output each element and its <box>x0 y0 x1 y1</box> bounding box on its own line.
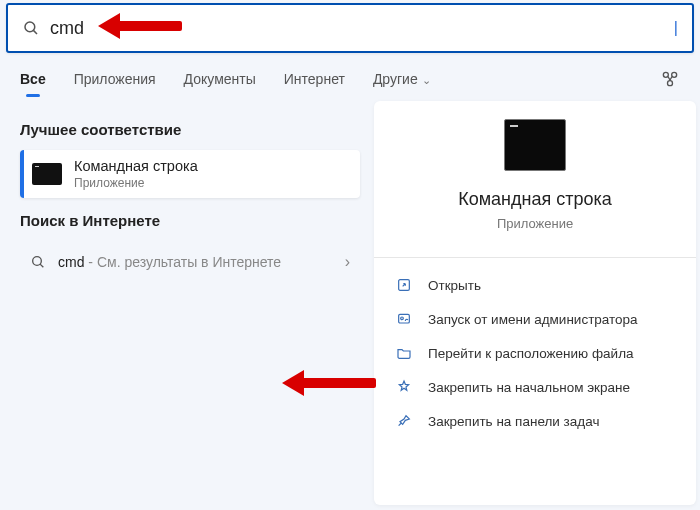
tab-other-label: Другие <box>373 71 418 87</box>
folder-icon <box>394 345 414 361</box>
action-open[interactable]: Открыть <box>388 268 682 302</box>
action-run-admin-label: Запуск от имени администратора <box>428 312 638 327</box>
result-title: Командная строка <box>74 158 198 174</box>
web-suffix: - См. результаты в Интернете <box>84 254 281 270</box>
web-result-text: cmd - См. результаты в Интернете <box>58 254 281 270</box>
tab-documents[interactable]: Документы <box>184 71 256 87</box>
svg-point-5 <box>33 257 42 266</box>
svg-point-3 <box>672 72 677 77</box>
action-open-label: Открыть <box>428 278 481 293</box>
actions-list: Открыть Запуск от имени администратора П… <box>374 264 696 442</box>
preview-panel: Командная строка Приложение Открыть Запу… <box>374 101 696 505</box>
result-subtitle: Приложение <box>74 176 198 190</box>
shield-icon <box>394 311 414 327</box>
pin-start-icon <box>394 379 414 395</box>
action-pin-taskbar[interactable]: Закрепить на панели задач <box>388 404 682 438</box>
divider <box>374 257 696 258</box>
search-input[interactable]: cmd <box>50 18 676 39</box>
svg-point-2 <box>663 72 668 77</box>
action-pin-start[interactable]: Закрепить на начальном экране <box>388 370 682 404</box>
web-search-label: Поиск в Интернете <box>20 212 366 229</box>
open-icon <box>394 277 414 293</box>
preview-subtitle: Приложение <box>497 216 573 231</box>
tabs-bar: Все Приложения Документы Интернет Другие… <box>0 53 700 99</box>
action-run-admin[interactable]: Запуск от имени администратора <box>388 302 682 336</box>
best-match-result[interactable]: Командная строка Приложение <box>20 150 360 198</box>
svg-point-0 <box>25 22 35 32</box>
preview-app-icon <box>504 119 566 171</box>
text-caret: | <box>674 19 678 37</box>
preview-title: Командная строка <box>458 189 612 210</box>
settings-icon[interactable] <box>660 69 680 89</box>
svg-point-9 <box>401 317 404 320</box>
svg-line-6 <box>40 264 43 267</box>
svg-line-1 <box>33 30 37 34</box>
best-match-label: Лучшее соответствие <box>20 121 366 138</box>
action-open-location-label: Перейти к расположению файла <box>428 346 634 361</box>
web-query: cmd <box>58 254 84 270</box>
action-pin-start-label: Закрепить на начальном экране <box>428 380 630 395</box>
search-icon <box>30 254 46 270</box>
tab-internet[interactable]: Интернет <box>284 71 345 87</box>
tab-all[interactable]: Все <box>20 71 46 87</box>
web-search-result[interactable]: cmd - См. результаты в Интернете › <box>20 241 360 283</box>
action-open-location[interactable]: Перейти к расположению файла <box>388 336 682 370</box>
tab-apps[interactable]: Приложения <box>74 71 156 87</box>
results-panel: Лучшее соответствие Командная строка При… <box>0 99 370 505</box>
pin-icon <box>394 413 414 429</box>
svg-point-4 <box>668 81 673 86</box>
action-pin-taskbar-label: Закрепить на панели задач <box>428 414 599 429</box>
search-bar[interactable]: cmd| <box>6 3 694 53</box>
chevron-right-icon: › <box>345 253 350 271</box>
chevron-down-icon: ⌄ <box>422 74 431 86</box>
tab-other[interactable]: Другие⌄ <box>373 71 431 87</box>
cmd-thumb-icon <box>32 163 62 185</box>
search-icon <box>22 19 40 37</box>
